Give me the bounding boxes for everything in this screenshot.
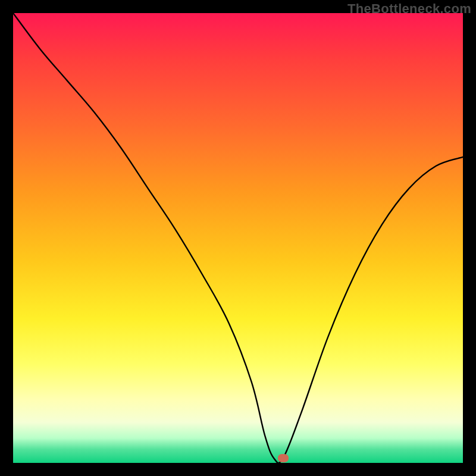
- optimum-marker: [278, 454, 289, 462]
- bottleneck-curve: [13, 13, 463, 463]
- plot-area: [13, 13, 463, 463]
- watermark-text: TheBottleneck.com: [347, 1, 471, 17]
- curve-svg: [13, 13, 463, 463]
- chart-frame: TheBottleneck.com: [0, 0, 476, 476]
